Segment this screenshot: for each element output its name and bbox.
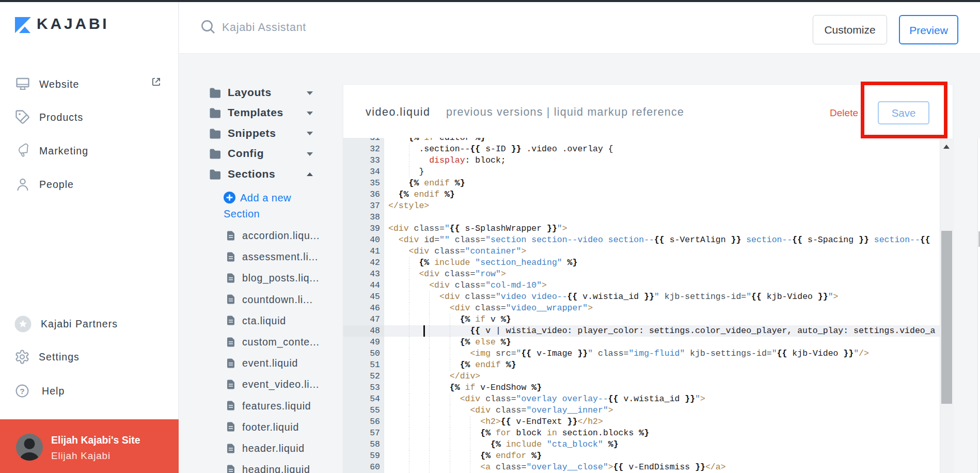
svg-text:?: ? [20,387,24,396]
